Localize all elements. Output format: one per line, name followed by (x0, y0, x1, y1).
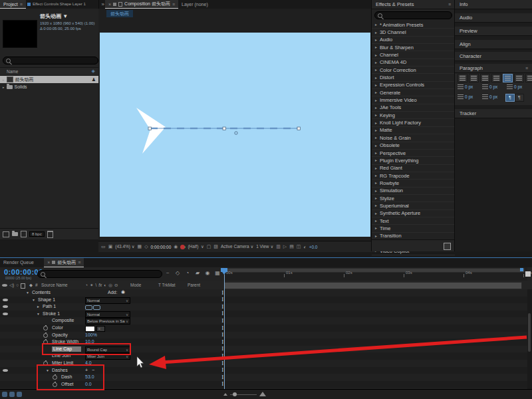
motion-blur-icon[interactable]: ◎ (108, 283, 112, 288)
property-dropdown[interactable]: Normal∨ (85, 311, 130, 318)
motion-blur-icon[interactable]: ◉ (203, 270, 211, 276)
paragraph-indent-field[interactable]: 0 px (482, 94, 497, 99)
twirl-icon[interactable]: ▼ (46, 368, 49, 372)
transparency-grid-icon[interactable]: ▨ (213, 244, 218, 249)
project-item-item[interactable]: ▸箭头动画♟ (0, 76, 98, 83)
panel-menu-icon[interactable]: ≡ (525, 66, 528, 70)
zoom-out-mountain-icon[interactable] (223, 393, 227, 396)
twirl-icon[interactable]: ► (374, 61, 378, 65)
flowchart-icon[interactable]: ◫ (297, 244, 301, 249)
twirl-icon[interactable]: ► (374, 136, 378, 140)
playhead-line[interactable] (224, 275, 225, 389)
comp-marker-bin-icon[interactable] (525, 271, 531, 277)
add-property-label[interactable]: Add: (108, 290, 117, 295)
panel-menu-icon[interactable]: ≡ (448, 2, 451, 7)
timeline-search-input[interactable] (37, 270, 162, 278)
path-vertex-handle[interactable] (148, 127, 152, 130)
text-direction-rtl-button[interactable]: ¶ (515, 94, 524, 102)
stopwatch-icon[interactable] (43, 326, 48, 331)
main-viewer-icon[interactable]: ▣ (108, 244, 113, 249)
timeline-row-line-join[interactable]: Line JoinMiter Join∨I (0, 352, 527, 360)
resolution-dropdown[interactable]: (Half) ∨ (188, 244, 203, 249)
effects-category-knoll-light-factory[interactable]: ►Knoll Light Factory (372, 119, 455, 126)
stopwatch-icon[interactable] (53, 382, 57, 387)
shy-icon[interactable]: ◔ (85, 283, 88, 288)
property-name[interactable]: Color (52, 325, 63, 330)
anchor-point[interactable] (235, 132, 237, 134)
mini-timeline-icon[interactable]: ▤ (289, 244, 294, 249)
label-column-icon[interactable]: ◆ (29, 283, 33, 288)
twirl-icon[interactable]: ► (374, 189, 378, 193)
effects-category-red-giant[interactable]: ►Red Giant (372, 165, 455, 172)
twirl-icon[interactable]: ► (374, 121, 378, 125)
solo-column-icon[interactable]: ○ (16, 283, 19, 289)
align-button-5[interactable] (514, 74, 524, 82)
property-name[interactable]: Dashes (52, 368, 68, 372)
tab-composition[interactable]: × Composition 箭头动画 ≡ (105, 0, 178, 9)
expand-in-point-icon[interactable] (2, 392, 7, 397)
align-button-0[interactable] (458, 74, 467, 82)
panel-menu-icon[interactable]: ≡ (78, 260, 80, 265)
property-value[interactable]: 10.0 (85, 339, 94, 344)
name-column-header[interactable]: Name (7, 69, 18, 74)
property-dropdown[interactable]: Normal∨ (85, 297, 130, 304)
twirl-icon[interactable]: ► (374, 98, 378, 102)
timeline-row-opacity[interactable]: Opacity100%I (0, 332, 527, 339)
property-name[interactable]: Dash (61, 374, 72, 379)
twirl-icon[interactable]: ▼ (26, 291, 29, 295)
close-icon[interactable]: × (108, 2, 111, 7)
effects-category-immersive-video[interactable]: ►Immersive Video (372, 96, 455, 104)
work-area-bar[interactable] (224, 282, 522, 289)
effects-category-expression-controls[interactable]: ►Expression Controls (372, 82, 455, 89)
visibility-eye-icon[interactable] (3, 369, 8, 372)
project-item-solids[interactable]: ▸Solids (0, 83, 98, 90)
timeline-row-composite[interactable]: CompositeBelow Previous in Sa∨I (0, 317, 527, 325)
timeline-row-stroke-1[interactable]: ▼Stroke 1Normal∨I (0, 311, 527, 318)
number-column-header[interactable]: # (35, 283, 38, 287)
effects-category-text[interactable]: ►Text (372, 217, 455, 225)
view-layout-dropdown[interactable]: 1 View ∨ (256, 244, 273, 249)
effects-category-rowbyte[interactable]: ►Rowbyte (372, 180, 455, 187)
pixel-aspect-icon[interactable]: ▥ (276, 244, 281, 249)
magnification-dropdown[interactable]: (43.4%) ∨ (115, 244, 134, 249)
quality-icon[interactable]: \ (95, 283, 96, 288)
timeline-row-path-1[interactable]: ►Path 1I (0, 303, 527, 311)
effects-category-stylize[interactable]: ►Stylize (372, 195, 455, 202)
twirl-icon[interactable]: ► (374, 76, 378, 80)
new-preset-icon[interactable] (444, 243, 451, 250)
tab-overflow-chevrons[interactable]: » (102, 1, 104, 7)
timeline-row-stroke-width[interactable]: Stroke Width10.0I (0, 338, 527, 346)
panel-header-tracker[interactable]: Tracker (455, 109, 532, 118)
audio-column-icon[interactable]: ◁) (9, 283, 14, 289)
property-name[interactable]: Path 1 (43, 304, 56, 309)
panel-header-character[interactable]: Character (455, 52, 532, 61)
effects-category-obsolete[interactable]: ►Obsolete (372, 142, 455, 150)
panel-header-audio[interactable]: Audio (455, 13, 532, 23)
twirl-icon[interactable]: ► (374, 211, 378, 215)
effects-category-noise-grain[interactable]: ►Noise & Grain (372, 134, 455, 142)
arrowhead-shape[interactable] (136, 108, 166, 154)
grid-guides-icon[interactable]: ▦ (138, 244, 142, 249)
stopwatch-icon[interactable] (43, 361, 48, 366)
twirl-icon[interactable]: ► (374, 203, 378, 207)
timeline-row-contents[interactable]: ▼ContentsAdd:◉I (0, 289, 527, 297)
tab-layer[interactable]: Layer (none) (178, 0, 211, 8)
effects-category-channel[interactable]: ►Channel (372, 51, 455, 59)
timeline-row-miter-limit[interactable]: Miter Limit4.0I (0, 360, 527, 367)
property-name[interactable]: Opacity (52, 332, 68, 337)
fx-icon[interactable]: fx (98, 283, 102, 288)
new-folder-icon[interactable] (12, 232, 18, 236)
property-value[interactable]: 0.0 (85, 382, 92, 386)
mini-flowchart-icon[interactable]: ~ (164, 270, 172, 276)
panel-header-paragraph[interactable]: Paragraph ≡ (455, 64, 532, 73)
timeline-vscrollbar[interactable] (527, 289, 532, 389)
effects-panel-header[interactable]: Effects & Presets ≡ (372, 0, 455, 9)
visibility-eye-icon[interactable] (3, 305, 8, 308)
twirl-icon[interactable]: ► (374, 53, 378, 57)
effects-search-input[interactable] (374, 11, 452, 19)
property-name[interactable]: Contents (32, 290, 51, 295)
draft-3d-icon[interactable]: ◇ (174, 270, 182, 276)
zoom-in-mountain-icon[interactable] (259, 392, 266, 396)
stopwatch-icon[interactable] (53, 375, 57, 380)
expand-render-icon[interactable] (9, 392, 15, 397)
